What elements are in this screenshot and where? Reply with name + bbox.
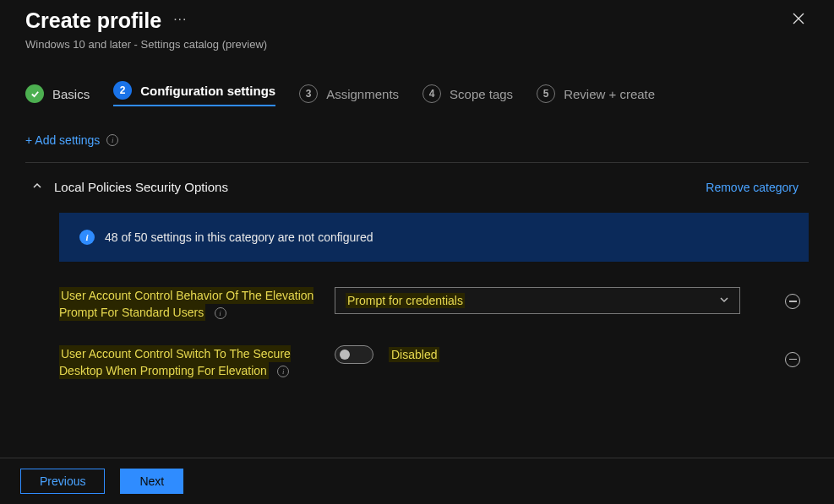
page-subtitle: Windows 10 and later - Settings catalog … (25, 38, 267, 51)
step-label: Review + create (564, 87, 655, 101)
info-icon[interactable]: i (277, 366, 289, 377)
check-icon (25, 84, 44, 103)
setting-dropdown[interactable]: Prompt for credentials (335, 287, 740, 314)
remove-setting-icon[interactable] (785, 352, 800, 367)
step-review-create[interactable]: 5 Review + create (537, 84, 655, 103)
step-number-icon: 5 (537, 84, 555, 103)
remove-category-link[interactable]: Remove category (706, 181, 799, 194)
step-basics[interactable]: Basics (25, 84, 90, 103)
next-button[interactable]: Next (120, 469, 183, 494)
more-menu-icon[interactable]: ··· (173, 12, 187, 30)
info-icon[interactable]: i (106, 134, 118, 146)
category-title: Local Policies Security Options (54, 180, 228, 194)
info-banner: i 48 of 50 settings in this category are… (59, 213, 809, 262)
step-scope-tags[interactable]: 4 Scope tags (422, 84, 513, 103)
step-number-icon: 2 (113, 81, 132, 100)
info-icon: i (79, 230, 95, 245)
add-settings-link[interactable]: + Add settings (25, 133, 100, 147)
step-label: Scope tags (450, 87, 513, 101)
setting-label: User Account Control Switch To The Secur… (59, 345, 291, 379)
step-label: Assignments (326, 87, 399, 101)
toggle-knob (340, 350, 350, 360)
chevron-up-icon[interactable] (32, 181, 42, 193)
step-number-icon: 3 (299, 84, 318, 103)
setting-row: User Account Control Switch To The Secur… (25, 340, 809, 398)
step-number-icon: 4 (422, 84, 441, 103)
step-configuration-settings[interactable]: 2 Configuration settings (113, 81, 275, 106)
page-title: Create profile (25, 8, 161, 33)
previous-button[interactable]: Previous (20, 469, 105, 494)
info-icon[interactable]: i (215, 307, 226, 319)
toggle-state-label: Disabled (389, 347, 439, 362)
remove-setting-icon[interactable] (785, 294, 800, 309)
banner-text: 48 of 50 settings in this category are n… (105, 230, 373, 244)
footer: Previous Next (0, 458, 834, 504)
step-assignments[interactable]: 3 Assignments (299, 84, 399, 103)
setting-label: User Account Control Behavior Of The Ele… (59, 287, 313, 321)
chevron-down-icon (719, 295, 729, 307)
step-label: Configuration settings (140, 84, 275, 98)
setting-toggle[interactable] (335, 345, 373, 364)
close-icon[interactable] (788, 8, 809, 33)
wizard-steps: Basics 2 Configuration settings 3 Assign… (0, 56, 834, 115)
dropdown-value: Prompt for credentials (346, 293, 465, 308)
step-label: Basics (52, 87, 90, 101)
setting-row: User Account Control Behavior Of The Ele… (25, 282, 809, 340)
